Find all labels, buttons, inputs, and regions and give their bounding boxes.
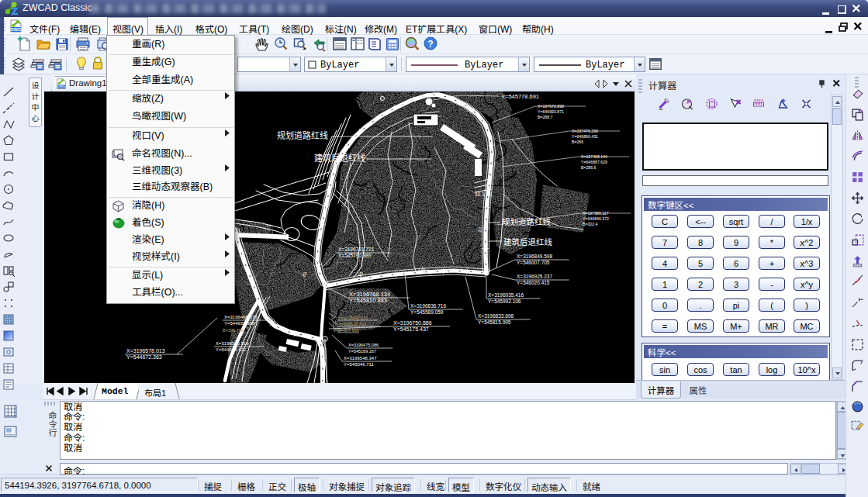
svg-text:Y=546020.415: Y=546020.415 [517,280,550,285]
svg-text:Y=646887.629: Y=646887.629 [581,160,607,164]
svg-text:Y=544936.632: Y=544936.632 [216,347,247,352]
svg-text:X=3196836.716: X=3196836.716 [410,303,446,309]
svg-text:Y=545190.389: Y=545190.389 [338,253,372,258]
svg-text:Y=546007.705: Y=546007.705 [517,260,550,265]
svg-text:B=286.6: B=286.6 [581,165,597,170]
svg-text:规划道路红线: 规划道路红线 [277,130,328,140]
svg-text:Y=646846.372: Y=646846.372 [583,216,609,221]
svg-text:X=3196849.598: X=3196849.598 [517,254,552,259]
svg-text:DWG: DWG [11,27,21,32]
svg-text:X=3196925.237: X=3196925.237 [517,274,552,279]
svg-text:X=3196833.698: X=3196833.698 [478,313,514,319]
svg-text:X=3196500.919: X=3196500.919 [216,341,249,346]
svg-text:X=3196750.886: X=3196750.886 [393,320,432,326]
svg-text:DWG: DWG [57,85,67,88]
svg-text:B=266: B=266 [572,140,583,144]
svg-text:Y=646866.431: Y=646866.431 [572,134,598,139]
svg-text:建筑后退红线: 建筑后退红线 [503,237,552,247]
svg-text:规划道路红线: 规划道路红线 [502,217,551,226]
svg-text:Y=545992.106: Y=545992.106 [488,299,521,304]
svg-text:B=307.966: B=307.966 [338,328,359,333]
svg-text:X=3196578.013: X=3196578.013 [126,348,165,354]
svg-text:X=3196781.721: X=3196781.721 [338,247,374,252]
svg-text:X=3196600.101: X=3196600.101 [338,316,368,320]
svg-text:10 1 20: 10 1 20 [475,192,492,197]
svg-text:Y=545169.167: Y=545169.167 [348,349,376,354]
svg-text:X=3196935.416: X=3196935.416 [488,292,524,298]
svg-text:Y=646993.871: Y=646993.871 [538,109,564,114]
svg-text:Y=545589.059: Y=545589.059 [410,309,444,315]
svg-text:Y=544938.388: Y=544938.388 [224,321,255,326]
svg-text:Y=545175.437: Y=545175.437 [393,326,429,332]
svg-text:Y=545815.995: Y=545815.995 [478,319,511,325]
svg-text:X=3196468.578: X=3196468.578 [224,315,258,319]
svg-text:X=3196548.347: X=3196548.347 [344,356,377,361]
svg-text:B=288.7: B=288.7 [538,115,553,119]
svg-text:?: ? [427,39,433,50]
svg-text:Y=545046.711: Y=545046.711 [344,362,374,367]
svg-text:B=302.4: B=302.4 [583,222,598,226]
svg-text:X=3196475.086: X=3196475.086 [348,343,379,347]
svg-text:Y=546516.700: Y=546516.700 [338,322,366,326]
svg-text:Y=544672.363: Y=544672.363 [126,354,162,360]
svg-text:Y=545778.691: Y=545778.691 [501,93,539,100]
svg-text:建筑后退红线: 建筑后退红线 [314,153,365,163]
svg-text:B=306.766: B=306.766 [223,328,244,333]
